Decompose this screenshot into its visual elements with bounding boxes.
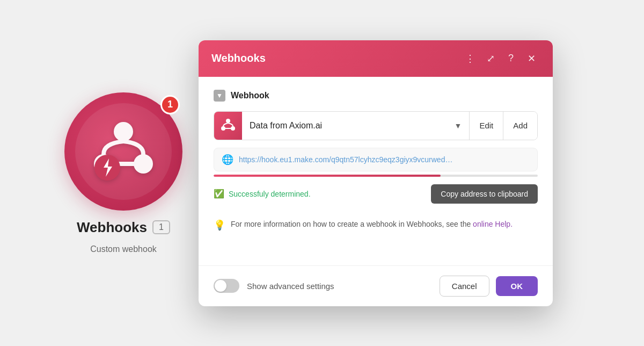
online-help-link[interactable]: online Help. — [473, 220, 513, 228]
status-success-message: ✅ Successfuly determined. — [214, 189, 311, 199]
modal-body: ▼ Webhook — [199, 77, 553, 265]
webhook-select-dropdown[interactable]: Data from Axiom.ai ▼ — [242, 112, 469, 140]
globe-icon: 🌐 — [222, 154, 233, 165]
info-row: 💡 For more information on how to create … — [214, 212, 538, 237]
progress-bar-container — [214, 175, 538, 177]
success-check-icon: ✅ — [214, 189, 224, 199]
add-webhook-button[interactable]: Add — [503, 112, 537, 140]
info-text: For more information on how to create a … — [231, 219, 513, 230]
webhook-url: https://hook.eu1.make.com/q9qtn57lcyhzc9… — [239, 155, 530, 164]
modal-header: Webhooks ⋮ ⤢ ? ✕ — [199, 40, 553, 77]
cancel-button[interactable]: Cancel — [440, 276, 489, 297]
svg-point-7 — [226, 119, 230, 123]
expand-button[interactable]: ⤢ — [482, 50, 499, 67]
bulb-icon: 💡 — [214, 219, 225, 231]
ok-button[interactable]: OK — [496, 276, 538, 296]
collapse-icon[interactable]: ▼ — [214, 90, 225, 102]
url-display-row: 🌐 https://hook.eu1.make.com/q9qtn57lcyhz… — [214, 148, 538, 171]
edit-webhook-button[interactable]: Edit — [469, 112, 503, 140]
modal-footer: Show advanced settings Cancel OK — [199, 265, 553, 306]
modal-title: Webhooks — [211, 52, 266, 64]
dropdown-arrow-icon: ▼ — [455, 121, 462, 130]
modal-overlay: Webhooks ⋮ ⤢ ? ✕ ▼ Webhook — [0, 0, 644, 346]
advanced-settings-toggle[interactable] — [214, 279, 239, 293]
footer-actions: Cancel OK — [440, 276, 538, 297]
webhook-selected-value: Data from Axiom.ai — [250, 121, 322, 131]
progress-bar-fill — [214, 175, 441, 177]
toggle-label: Show advanced settings — [247, 282, 334, 291]
status-row: ✅ Successfuly determined. Copy address t… — [214, 184, 538, 204]
status-text: Successfuly determined. — [229, 190, 311, 198]
advanced-settings-toggle-row: Show advanced settings — [214, 279, 334, 293]
webhook-icon-box — [214, 112, 242, 140]
svg-point-5 — [221, 126, 225, 131]
webhook-section-header: ▼ Webhook — [214, 90, 538, 102]
app-badge: 1 — [160, 95, 180, 114]
help-button[interactable]: ? — [502, 50, 519, 67]
copy-address-button[interactable]: Copy address to clipboard — [431, 184, 538, 204]
modal-dialog: Webhooks ⋮ ⤢ ? ✕ ▼ Webhook — [199, 40, 553, 306]
modal-header-actions: ⋮ ⤢ ? ✕ — [462, 50, 540, 67]
webhook-selector-row: Data from Axiom.ai ▼ Edit Add — [214, 111, 538, 140]
webhook-small-icon — [220, 118, 236, 134]
close-button[interactable]: ✕ — [523, 50, 540, 67]
more-options-button[interactable]: ⋮ — [462, 50, 479, 67]
toggle-knob — [215, 280, 226, 292]
section-title: Webhook — [231, 91, 269, 100]
svg-point-6 — [231, 126, 235, 131]
